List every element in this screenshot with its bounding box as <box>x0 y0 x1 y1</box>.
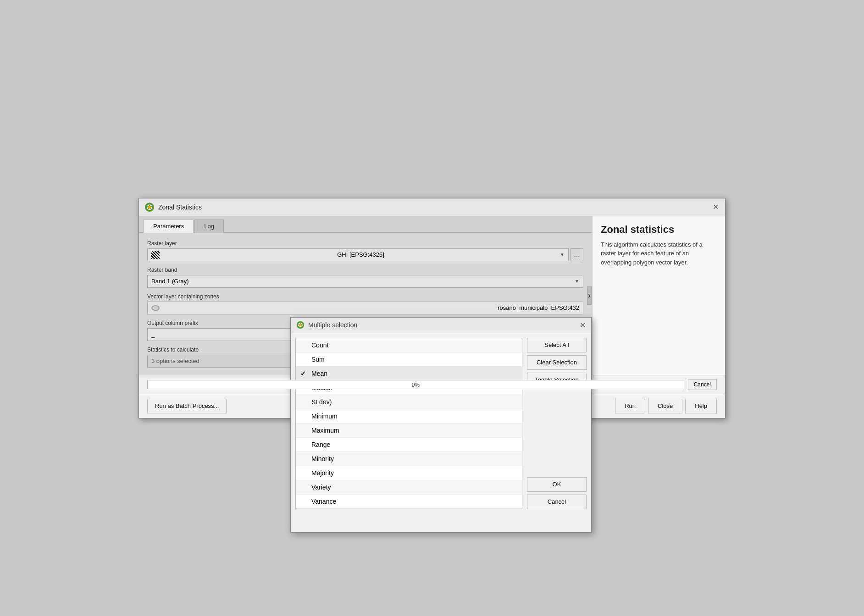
dialog-title-left: Multiple selection <box>296 321 357 329</box>
dialog-close-button[interactable]: ✕ <box>580 321 586 330</box>
right-panel: Zonal statistics This algorithm calculat… <box>592 216 725 375</box>
help-button[interactable]: Help <box>685 399 717 413</box>
list-item-variance[interactable]: Variance <box>296 495 522 509</box>
label-stdev: St dev) <box>311 398 332 406</box>
list-item-maximum[interactable]: Maximum <box>296 424 522 438</box>
label-variance: Variance <box>311 498 336 505</box>
list-item-minimum[interactable]: Minimum <box>296 409 522 424</box>
list-item-stdev[interactable]: St dev) <box>296 395 522 409</box>
qgis-logo-icon <box>144 202 155 212</box>
batch-process-button[interactable]: Run as Batch Process... <box>147 399 227 413</box>
list-item-minority[interactable]: Minority <box>296 452 522 466</box>
title-bar-left: Zonal Statistics <box>144 202 202 212</box>
dialog-title-bar: Multiple selection ✕ <box>291 318 591 333</box>
label-range: Range <box>311 441 330 448</box>
dialog-overlay: Multiple selection ✕ Count <box>139 216 592 375</box>
label-mean: Mean <box>311 370 327 377</box>
list-item-mean[interactable]: ✓ Mean <box>296 367 522 381</box>
help-title: Zonal statistics <box>601 224 717 236</box>
window-title: Zonal Statistics <box>158 204 202 211</box>
list-item-count[interactable]: Count <box>296 338 522 352</box>
progress-bar: 0% <box>147 380 684 389</box>
main-window: Zonal Statistics ✕ Parameters Log Raster… <box>138 198 726 418</box>
run-button[interactable]: Run <box>615 399 645 413</box>
dialog-action-buttons: Select All Clear Selection Toggle Select… <box>527 338 587 509</box>
close-button[interactable]: Close <box>648 399 682 413</box>
label-variety: Variety <box>311 484 331 491</box>
dialog-ok-button[interactable]: OK <box>527 477 587 492</box>
dialog-cancel-button[interactable]: Cancel <box>527 495 587 509</box>
svg-point-7 <box>299 324 302 326</box>
statistics-list: Count Sum ✓ Mean <box>295 338 522 509</box>
list-item-majority[interactable]: Majority <box>296 466 522 480</box>
label-minority: Minority <box>311 455 334 462</box>
window-close-button[interactable]: ✕ <box>711 203 720 211</box>
dialog-qgis-logo-icon <box>296 321 305 329</box>
label-majority: Majority <box>311 469 334 477</box>
svg-point-2 <box>148 206 151 209</box>
tab-parameters[interactable]: Parameters <box>144 220 194 233</box>
progress-cancel-button[interactable]: Cancel <box>688 379 717 390</box>
label-sum: Sum <box>311 356 325 363</box>
list-item-sum[interactable]: Sum <box>296 352 522 367</box>
label-count: Count <box>311 341 328 349</box>
progress-label: 0% <box>148 380 684 390</box>
left-panel: Parameters Log Raster layer GHI [EPSG:43… <box>139 216 592 375</box>
list-item-range[interactable]: Range <box>296 438 522 452</box>
multiple-selection-dialog: Multiple selection ✕ Count <box>290 317 592 533</box>
select-all-button[interactable]: Select All <box>527 338 587 352</box>
label-maximum: Maximum <box>311 427 339 434</box>
dialog-body: Count Sum ✓ Mean <box>291 333 591 514</box>
list-item-variety[interactable]: Variety <box>296 480 522 495</box>
help-description: This algorithm calculates statistics of … <box>601 240 717 267</box>
action-buttons: Run Close Help <box>615 399 717 413</box>
clear-selection-button[interactable]: Clear Selection <box>527 355 587 370</box>
title-bar: Zonal Statistics ✕ <box>139 198 725 216</box>
dialog-footer <box>291 514 591 532</box>
dialog-title-text: Multiple selection <box>308 321 357 329</box>
label-minimum: Minimum <box>311 412 338 420</box>
check-mean: ✓ <box>300 370 308 377</box>
